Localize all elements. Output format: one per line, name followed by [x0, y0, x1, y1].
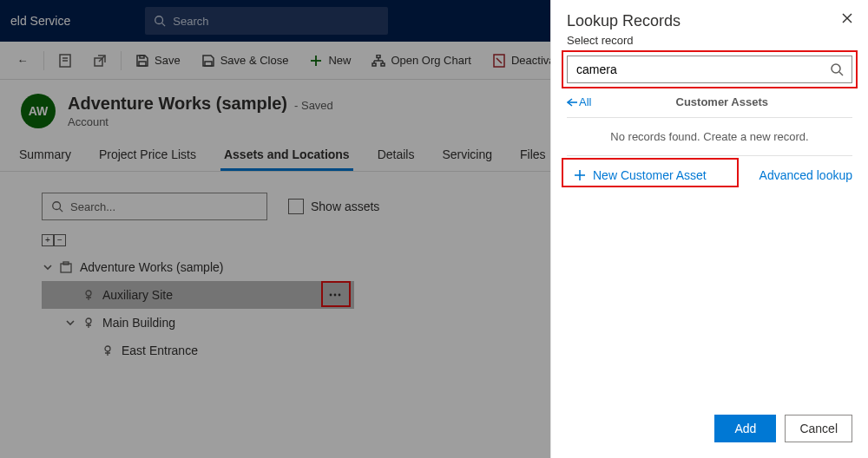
svg-point-33: [832, 64, 840, 73]
cancel-button[interactable]: Cancel: [785, 415, 852, 442]
modal-backdrop: [0, 0, 550, 458]
panel-title: Lookup Records: [567, 12, 681, 30]
search-icon: [830, 62, 844, 76]
no-records-message: No records found. Create a new record.: [567, 118, 852, 156]
close-icon: [842, 13, 852, 23]
back-to-all-link[interactable]: All: [567, 95, 591, 108]
svg-line-34: [839, 72, 843, 75]
lookup-group-heading: Customer Assets: [676, 95, 768, 108]
new-customer-asset-link[interactable]: New Customer Asset: [567, 165, 713, 186]
panel-subtitle: Select record: [567, 34, 681, 47]
back-arrow-icon: [567, 98, 577, 107]
add-button[interactable]: Add: [714, 415, 776, 442]
close-button[interactable]: [842, 12, 852, 26]
advanced-lookup-link[interactable]: Advanced lookup: [760, 168, 852, 182]
lookup-panel: Lookup Records Select record All Custome…: [550, 0, 868, 458]
lookup-search-input[interactable]: [567, 56, 852, 83]
plus-icon: [574, 169, 586, 181]
